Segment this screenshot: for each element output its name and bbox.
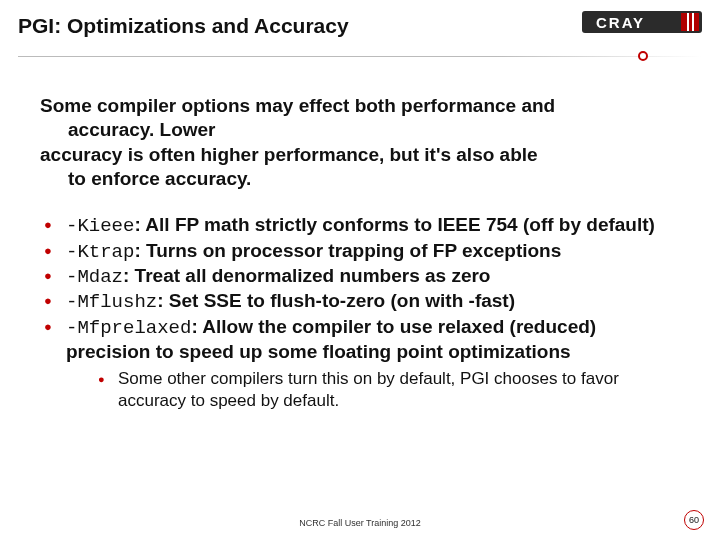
rule-line (18, 56, 702, 57)
bullet-list: -Kieee: All FP math strictly conforms to… (40, 213, 680, 412)
svg-rect-3 (692, 13, 694, 31)
list-item: -Mflushz: Set SSE to flush-to-zero (on w… (40, 289, 680, 314)
logo-text: CRAY (596, 14, 645, 31)
list-item: -Mfprelaxed: Allow the compiler to use r… (40, 315, 680, 413)
cray-logo: CRAY (582, 8, 702, 36)
sub-bullet-list: Some other compilers turn this on by def… (94, 368, 680, 412)
sub-list-item: Some other compilers turn this on by def… (94, 368, 680, 412)
body: Some compiler options may effect both pe… (0, 64, 720, 412)
svg-rect-2 (687, 13, 689, 31)
slide: PGI: Optimizations and Accuracy CRAY Som… (0, 0, 720, 540)
list-item: -Ktrap: Turns on processor trapping of F… (40, 239, 680, 264)
flag-code: -Kieee (66, 215, 134, 237)
cray-logo-svg: CRAY (582, 8, 702, 36)
flag-desc: : Set SSE to flush-to-zero (on with -fas… (157, 290, 515, 311)
flag-code: -Mflushz (66, 291, 157, 313)
flag-desc: : Turns on processor trapping of FP exce… (134, 240, 561, 261)
intro-line-3a: accuracy is often higher performance, bu… (40, 143, 680, 167)
intro-line-1: Some compiler options may effect both pe… (40, 94, 680, 118)
header: PGI: Optimizations and Accuracy CRAY (0, 0, 720, 44)
flag-desc: : All FP math strictly conforms to IEEE … (134, 214, 654, 235)
list-item: -Kieee: All FP math strictly conforms to… (40, 213, 680, 238)
intro-line-2: accuracy. Lower (40, 118, 680, 142)
footer-text: NCRC Fall User Training 2012 (0, 518, 720, 528)
flag-code: -Mdaz (66, 266, 123, 288)
page-number-badge: 60 (684, 510, 704, 530)
svg-rect-1 (681, 13, 699, 31)
flag-code: -Mfprelaxed (66, 317, 191, 339)
flag-code: -Ktrap (66, 241, 134, 263)
rule-dot-icon (638, 51, 648, 61)
intro-line-3b: to enforce accuracy. (40, 167, 680, 191)
flag-desc: : Treat all denormalized numbers as zero (123, 265, 490, 286)
intro-paragraph: Some compiler options may effect both pe… (40, 94, 680, 191)
list-item: -Mdaz: Treat all denormalized numbers as… (40, 264, 680, 289)
header-rule (18, 48, 702, 64)
